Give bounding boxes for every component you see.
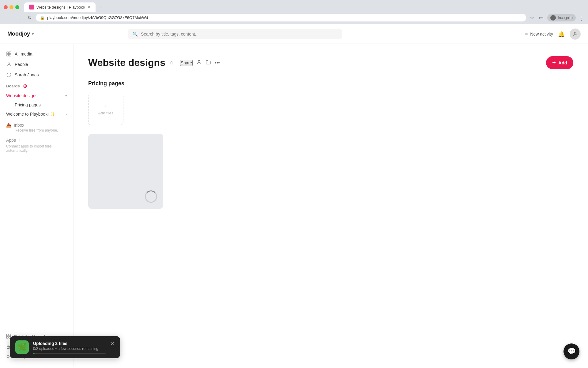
sidebar-item-sarah-jonas[interactable]: Sarah Jonas	[0, 70, 73, 80]
tab-title: Website designs | Playbook	[36, 5, 85, 10]
inbox-row[interactable]: 📥 Inbox	[6, 123, 67, 128]
pricing-pages-label: Pricing pages	[15, 102, 41, 107]
upload-toast: 🌿 Uploading 2 files 0/2 uploaded • a few…	[10, 336, 120, 358]
toast-content: Uploading 2 files 0/2 uploaded • a few s…	[33, 341, 106, 354]
browser-nav: ← → ↻ 🔒 playbook.com/moodjoy/zbVbG9QhGG7…	[0, 12, 588, 24]
minimize-window-dot[interactable]	[9, 5, 13, 9]
inbox-section: 📥 Inbox Receive files from anyone.	[0, 120, 73, 135]
upload-spinner-icon	[145, 190, 157, 203]
search-icon: 🔍	[133, 32, 138, 36]
notifications-button[interactable]: 🔔	[558, 31, 565, 37]
active-tab[interactable]: Website designs | Playbook ✕	[24, 2, 96, 12]
boards-section-header[interactable]: Boards ⊕	[0, 81, 73, 91]
security-icon: 🔒	[40, 16, 45, 20]
back-button[interactable]: ←	[4, 14, 12, 22]
people-label: People	[15, 62, 67, 67]
sidebar: All media People S	[0, 44, 74, 366]
brand-chevron-icon: ▾	[32, 32, 34, 36]
svg-rect-3	[7, 54, 9, 56]
address-bar[interactable]: 🔒 playbook.com/moodjoy/zbVbG9QhGG7G8xE6Q…	[36, 14, 526, 21]
main-area: All media People S	[0, 44, 588, 366]
add-files-card[interactable]: + Add files	[88, 93, 123, 125]
boards-add-icon[interactable]: ⊕	[23, 83, 27, 89]
people-icon	[6, 62, 12, 67]
search-input[interactable]	[141, 32, 337, 36]
tab-close-button[interactable]: ✕	[88, 5, 91, 9]
page-header: Website designs 0 Share •••	[88, 56, 573, 69]
page-content: Website designs 0 Share •••	[74, 44, 588, 366]
new-tab-button[interactable]: +	[97, 3, 105, 12]
chat-button[interactable]: 💬	[564, 343, 579, 359]
apps-section: Apps + Connect apps to import files auto…	[0, 135, 73, 154]
brand-logo[interactable]: Moodjoy ▾	[7, 31, 34, 37]
file-grid: + Add files	[88, 93, 573, 125]
app: Moodjoy ▾ 🔍 New activity 🔔	[0, 24, 588, 366]
all-media-icon	[6, 51, 12, 57]
add-button[interactable]: + Add	[546, 56, 573, 69]
sidebar-sub-section: Pricing pages	[0, 101, 73, 109]
folder-icon-button[interactable]	[205, 59, 211, 66]
sidebar-toggle-button[interactable]: ▭	[538, 13, 545, 22]
add-button-label: Add	[558, 60, 567, 65]
svg-point-5	[8, 63, 9, 64]
tab-bar: Website designs | Playbook ✕ +	[24, 2, 576, 12]
svg-rect-4	[9, 54, 11, 56]
chat-icon: 💬	[567, 347, 576, 355]
inbox-sub-label: Receive files from anyone.	[6, 128, 67, 132]
toast-title: Uploading 2 files	[33, 341, 106, 346]
add-button-icon: +	[552, 59, 556, 66]
brand-name: Moodjoy	[7, 31, 30, 37]
close-window-dot[interactable]	[4, 5, 8, 9]
svg-point-6	[7, 73, 11, 77]
incognito-icon	[550, 15, 556, 21]
sidebar-item-people[interactable]: People	[0, 59, 73, 70]
user-avatar-button[interactable]	[570, 29, 581, 40]
sidebar-item-website-designs[interactable]: Website designs ▾	[0, 91, 73, 101]
toast-progress-bar	[33, 353, 35, 354]
sidebar-item-pricing-pages[interactable]: Pricing pages	[15, 101, 73, 109]
section-title: Pricing pages	[88, 80, 573, 87]
sidebar-nav-section: All media People S	[0, 49, 73, 80]
window-controls	[4, 5, 19, 9]
bookmark-button[interactable]: ☆	[529, 13, 535, 22]
search-bar[interactable]: 🔍	[128, 29, 342, 39]
apps-sub-label: Connect apps to import files automatical…	[6, 144, 67, 153]
svg-rect-8	[9, 334, 11, 336]
sidebar-item-welcome-playbook[interactable]: Welcome to Playbook! ✨ ›	[0, 109, 73, 119]
toast-progress-bar-container	[33, 353, 106, 354]
browser-right-controls: ☆ ▭ Incognito ⋮	[529, 13, 584, 22]
member-icon-button[interactable]	[196, 59, 202, 66]
add-files-label: Add files	[98, 111, 114, 115]
sarah-jonas-label: Sarah Jonas	[15, 72, 67, 77]
svg-rect-7	[6, 334, 8, 336]
website-designs-chevron-icon: ▾	[65, 94, 67, 98]
svg-rect-1	[7, 52, 9, 54]
inbox-label: Inbox	[14, 123, 24, 128]
header-right: New activity 🔔	[525, 29, 581, 40]
new-activity-button[interactable]: New activity	[525, 32, 553, 36]
maximize-window-dot[interactable]	[15, 5, 19, 9]
svg-rect-2	[9, 52, 11, 54]
add-files-icon: +	[104, 103, 107, 109]
toast-sub: 0/2 uploaded • a few seconds remaining	[33, 347, 106, 351]
all-media-label: All media	[15, 52, 67, 56]
page-title: Website designs	[88, 57, 165, 68]
forward-button[interactable]: →	[15, 14, 23, 22]
sidebar-item-all-media[interactable]: All media	[0, 49, 73, 59]
toast-app-icon: 🌿	[15, 340, 29, 354]
browser-menu-button[interactable]: ⋮	[578, 14, 584, 21]
apps-label: Apps	[6, 138, 16, 143]
browser-chrome: Website designs | Playbook ✕ + ← → ↻ 🔒 p…	[0, 0, 588, 24]
website-designs-label: Website designs	[6, 93, 62, 98]
reload-button[interactable]: ↻	[26, 13, 33, 22]
app-header: Moodjoy ▾ 🔍 New activity 🔔	[0, 24, 588, 44]
incognito-label: Incognito	[558, 16, 573, 20]
toast-close-button[interactable]: ✕	[110, 340, 115, 347]
settings-icon: ⚙	[6, 354, 10, 359]
svg-point-11	[198, 60, 200, 62]
apps-add-icon[interactable]: +	[18, 137, 21, 143]
share-button[interactable]: Share	[180, 60, 193, 66]
apps-row[interactable]: Apps +	[6, 137, 67, 143]
upload-preview-card	[88, 134, 163, 209]
more-options-button[interactable]: •••	[215, 60, 220, 66]
